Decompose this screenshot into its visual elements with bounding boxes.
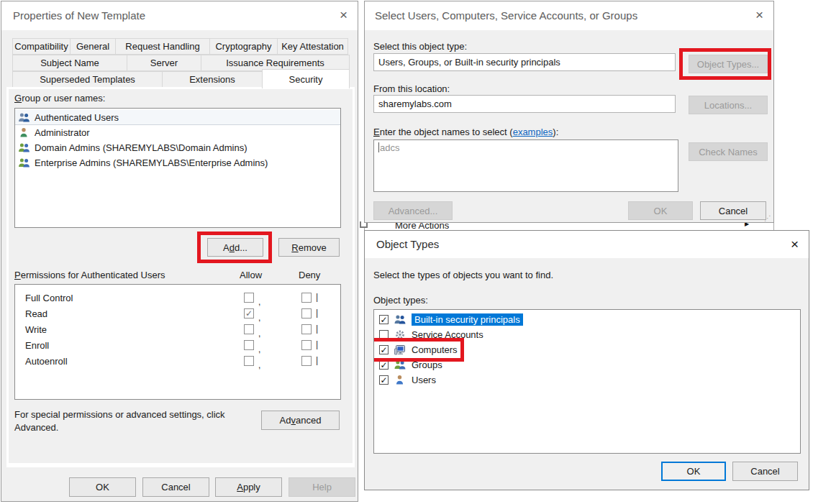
object-types-button[interactable]: Object Types... [689,55,768,73]
advanced-button[interactable]: Advanced [261,411,340,430]
deny-checkbox[interactable] [301,356,312,366]
allow-checkbox[interactable] [244,356,254,366]
permission-name: Enroll [25,340,49,351]
tab-general[interactable]: General [70,38,116,55]
list-item-enterprise-admins[interactable]: Enterprise Admins (SHAREMYLABS\Enterpris… [15,155,340,170]
cancel-button[interactable]: Cancel [142,477,209,497]
screenshot-canvas: Properties of New Template × Compatibili… [0,0,813,504]
object-types-title: Object Types [376,238,439,250]
object-types-dialog: Object Types × Select the types of objec… [364,230,809,490]
permission-row: Full Control , | [15,290,340,306]
list-item-users[interactable]: Users [374,372,800,388]
permission-name: Full Control [25,293,73,303]
close-icon[interactable]: × [340,7,348,23]
deny-checkbox[interactable] [301,293,312,303]
artifact-mark: , [258,360,260,370]
object-types-listbox[interactable]: Built-in security principals Service Acc… [373,309,801,454]
object-types-subtitle: Select the types of objects you want to … [373,270,553,280]
check-names-button[interactable]: Check Names [689,142,768,161]
allow-checkbox[interactable] [244,308,254,319]
list-item-label: Authenticated Users [35,112,119,123]
object-types-list-label: Object types: [373,295,428,306]
tab-superseded-templates[interactable]: Superseded Templates [12,71,163,88]
list-item-label: Computers [412,344,458,355]
artifact-mark: , [258,297,260,307]
checkbox[interactable] [379,360,389,370]
advanced-note: For special permissions or advanced sett… [14,408,255,434]
tab-request-handling[interactable]: Request Handling [115,38,210,55]
remove-button[interactable]: Remove [278,238,340,257]
apply-button[interactable]: Apply [215,477,282,497]
text-caret [378,142,379,152]
list-item-label: Built-in security principals [412,313,523,326]
select-users-title: Select Users, Computers, Service Account… [375,9,637,22]
deny-header: Deny [299,270,320,280]
tab-security[interactable]: Security [262,69,350,88]
tab-subject-name[interactable]: Subject Name [12,55,127,71]
user-icon [18,127,30,138]
list-item-domain-admins[interactable]: Domain Admins (SHAREMYLABS\Domain Admins… [15,140,340,155]
checkbox[interactable] [379,315,389,324]
tab-extensions[interactable]: Extensions [162,71,263,88]
ok-button[interactable]: OK [661,462,726,481]
list-item-label: Enterprise Admins (SHAREMYLABS\Enterpris… [35,157,268,168]
object-types-titlebar: Object Types × [365,231,809,258]
allow-checkbox[interactable] [244,340,254,350]
cancel-button[interactable]: Cancel [700,201,766,220]
list-item-groups[interactable]: Groups [374,357,800,372]
close-icon[interactable]: × [791,237,799,252]
checkbox[interactable] [379,345,389,354]
artifact-mark: | [316,324,318,334]
tab-key-attestation[interactable]: Key Attestation [277,38,348,55]
cancel-button[interactable]: Cancel [732,462,798,481]
tab-compatibility[interactable]: Compatibility [12,38,71,55]
object-type-value: Users, Groups, or Built-in security prin… [378,57,560,68]
checkbox[interactable] [379,330,389,339]
list-item-service-accounts[interactable]: Service Accounts [374,327,800,342]
close-icon[interactable]: × [755,7,763,23]
location-value: sharemylabs.com [378,98,452,109]
tab-server[interactable]: Server [127,55,201,71]
list-item-label: Administrator [35,127,90,138]
list-item-label: Service Accounts [412,329,483,340]
ok-button[interactable]: OK [69,477,136,497]
permissions-label: Permissions for Authenticated Users [14,270,165,280]
add-button[interactable]: Add... [207,238,263,257]
ok-button[interactable]: OK [628,201,693,220]
list-item-computers[interactable]: Computers [374,342,800,357]
list-item-administrator[interactable]: Administrator [15,125,340,140]
examples-link[interactable]: examples [513,127,553,137]
object-names-field[interactable]: adcs [373,139,678,192]
allow-header: Allow [240,270,262,280]
gear-icon [394,329,407,340]
artifact-mark: , [258,344,260,354]
allow-checkbox[interactable] [244,293,254,303]
artifact-mark: , [258,329,260,339]
object-names-label: Enter the object names to select (exampl… [373,127,558,137]
allow-checkbox[interactable] [244,324,254,334]
select-users-dialog: Select Users, Computers, Service Account… [364,1,774,223]
tab-cryptography[interactable]: Cryptography [209,38,278,55]
group-user-listbox[interactable]: Authenticated Users Administrator Domain… [14,108,341,228]
deny-checkbox[interactable] [301,324,312,334]
checkbox[interactable] [379,375,389,385]
group-icon [18,142,30,153]
advanced-button[interactable]: Advanced... [373,201,453,220]
resize-grip-icon[interactable]: ⋰ [764,214,771,222]
deny-checkbox[interactable] [301,308,312,319]
artifact-mark: , [258,313,260,323]
location-field[interactable]: sharemylabs.com [373,95,676,113]
permission-name: Autoenroll [25,356,68,367]
locations-button[interactable]: Locations... [689,96,768,114]
properties-titlebar: Properties of New Template × [1,1,358,30]
help-button[interactable]: Help [289,477,355,497]
object-type-field[interactable]: Users, Groups, or Built-in security prin… [373,53,676,71]
permission-row: Autoenroll , | [15,354,340,370]
list-item-authenticated-users[interactable]: Authenticated Users [15,110,340,125]
list-item-builtin-security-principals[interactable]: Built-in security principals [374,312,800,327]
deny-checkbox[interactable] [301,340,312,350]
object-names-value: adcs [380,142,399,153]
group-icon [18,112,30,123]
permission-row: Write , | [15,322,340,338]
select-users-titlebar: Select Users, Computers, Service Account… [365,1,773,30]
